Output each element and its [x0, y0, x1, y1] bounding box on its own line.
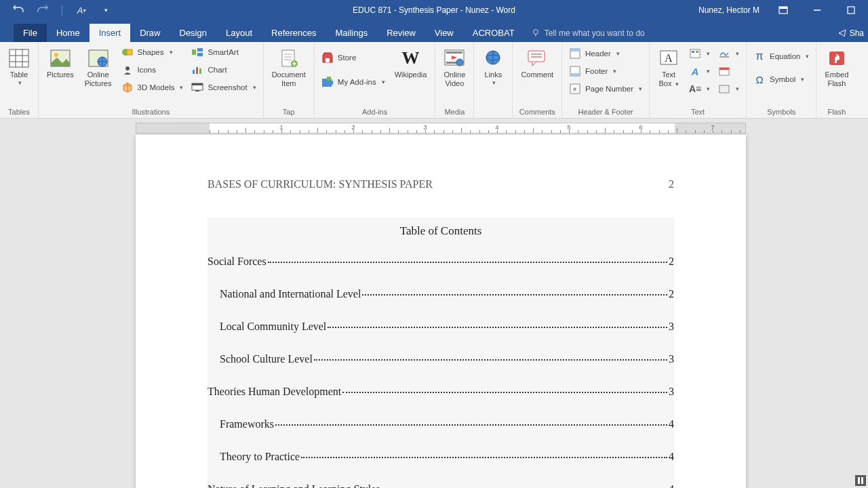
online-pictures-button[interactable]: Online Pictures: [81, 45, 116, 91]
symbol-button[interactable]: Ω Symbol ▾: [751, 72, 812, 87]
qat-customize-button[interactable]: ▾: [98, 2, 114, 18]
qat-separator: [62, 5, 62, 16]
tab-layout[interactable]: Layout: [216, 24, 262, 42]
screenshot-icon: [191, 81, 203, 94]
toc-entry[interactable]: Nature of Learning and Learning Styles 4: [208, 483, 674, 488]
group-label-symbols: Symbols: [751, 106, 812, 118]
3d-models-icon: [121, 81, 134, 94]
toc-entry-text: Theories Human Development: [208, 386, 341, 398]
user-name[interactable]: Nunez, Hector M: [698, 5, 760, 15]
wikipedia-button[interactable]: W Wikipedia: [391, 45, 431, 82]
toc-entry[interactable]: Theory to Practice 4: [208, 451, 674, 463]
svg-rect-20: [197, 53, 203, 56]
tab-insert[interactable]: Insert: [90, 24, 131, 42]
toc-entry[interactable]: Local Community Level 3: [208, 321, 674, 333]
svg-rect-57: [692, 51, 694, 53]
share-button[interactable]: Sha: [837, 28, 864, 38]
running-head-text: BASES OF CURRICULUM: SYNTHESIS PAPER: [208, 178, 433, 190]
table-icon: [8, 47, 30, 69]
svg-rect-37: [331, 81, 333, 85]
object-button[interactable]: ▾: [715, 81, 742, 96]
horizontal-ruler[interactable]: 1234567: [136, 123, 746, 134]
text-box-button[interactable]: A Text Box ▾: [654, 45, 684, 91]
store-button[interactable]: Store: [319, 50, 388, 65]
links-button[interactable]: Links ▾: [478, 45, 508, 89]
toc-entry[interactable]: National and International Level 2: [208, 288, 674, 300]
group-label-illustrations: Illustrations: [43, 106, 259, 118]
quick-parts-button[interactable]: ▾: [686, 46, 713, 61]
signature-icon: [718, 47, 730, 60]
signature-line-button[interactable]: ▾: [715, 46, 742, 61]
my-addins-button[interactable]: My Add-ins ▾: [319, 75, 388, 89]
toc-entry[interactable]: Frameworks 4: [208, 418, 674, 430]
ribbon-display-options-button[interactable]: [773, 2, 793, 18]
tab-draw[interactable]: Draw: [130, 24, 170, 42]
toc-entry[interactable]: Social Forces 2: [208, 256, 674, 268]
tab-mailings[interactable]: Mailings: [326, 24, 378, 42]
svg-point-12: [54, 53, 58, 57]
online-video-button[interactable]: Online Video: [439, 45, 469, 91]
group-label-comments: Comments: [517, 106, 557, 118]
tab-home[interactable]: Home: [47, 24, 90, 42]
tell-me-search[interactable]: Tell me what you want to do: [524, 24, 652, 42]
toc-field[interactable]: Table of Contents Social Forces 2Nationa…: [208, 218, 674, 488]
toc-entry-page: 4: [669, 418, 674, 430]
undo-button[interactable]: [10, 2, 26, 18]
group-label-addins: Add-ins: [319, 106, 431, 118]
minimize-button[interactable]: [807, 2, 827, 18]
toc-entry[interactable]: School Culture Level 3: [208, 353, 674, 365]
equation-button[interactable]: π Equation ▾: [751, 49, 812, 64]
tab-design[interactable]: Design: [170, 24, 216, 42]
group-header-footer: Header ▾ Footer ▾ # Page Number ▾ Header…: [562, 42, 650, 118]
svg-rect-16: [127, 49, 132, 55]
shapes-button[interactable]: Shapes▾: [119, 45, 186, 60]
toc-leader: [328, 327, 667, 328]
font-display-button[interactable]: A▾: [73, 2, 90, 18]
tab-acrobat[interactable]: ACROBAT: [463, 24, 524, 42]
comment-button[interactable]: Comment: [517, 45, 557, 82]
svg-rect-6: [9, 49, 28, 67]
date-time-button[interactable]: [715, 64, 742, 79]
svg-rect-21: [193, 70, 195, 74]
table-button[interactable]: Table ▾: [4, 45, 34, 89]
header-button[interactable]: Header ▾: [566, 46, 645, 61]
maximize-button[interactable]: [841, 2, 861, 18]
comment-icon: [526, 47, 548, 69]
svg-rect-45: [528, 51, 545, 62]
page-number-button[interactable]: # Page Number ▾: [566, 81, 645, 96]
embed-flash-button[interactable]: Embed Flash: [821, 45, 852, 91]
chart-button[interactable]: Chart: [189, 62, 258, 77]
drop-cap-icon: A≡: [689, 83, 701, 95]
document-item-button[interactable]: Document Item: [268, 45, 310, 91]
header-icon: [569, 47, 581, 60]
group-flash: Embed Flash Flash: [816, 42, 856, 118]
toc-leader: [301, 457, 667, 458]
document-page[interactable]: BASES OF CURRICULUM: SYNTHESIS PAPER 2 T…: [136, 135, 746, 488]
toc-title: Table of Contents: [208, 224, 674, 238]
icons-button[interactable]: Icons: [119, 62, 186, 77]
tab-review[interactable]: Review: [377, 24, 425, 42]
footer-button[interactable]: Footer ▾: [566, 64, 645, 79]
toc-entry-page: 3: [669, 386, 674, 398]
svg-rect-56: [690, 49, 700, 58]
document-item-icon: [278, 47, 300, 69]
toc-entry[interactable]: Theories Human Development 3: [208, 386, 674, 398]
pictures-button[interactable]: Pictures: [43, 45, 78, 82]
svg-rect-3: [848, 7, 854, 14]
redo-button[interactable]: [35, 2, 51, 18]
svg-point-17: [125, 66, 130, 70]
group-addins: Store My Add-ins ▾ W Wikipedia Add-ins: [315, 42, 436, 118]
wordart-button[interactable]: A▾: [686, 64, 713, 79]
tab-references[interactable]: References: [262, 24, 326, 42]
smartart-icon: [191, 46, 203, 58]
svg-rect-36: [327, 77, 331, 81]
drop-cap-button[interactable]: A≡▾: [686, 81, 713, 96]
tab-file[interactable]: File: [14, 24, 47, 42]
smartart-button[interactable]: SmartArt: [189, 45, 258, 60]
tab-view[interactable]: View: [425, 24, 463, 42]
screenshot-button[interactable]: Screenshot▾: [189, 80, 258, 95]
3d-models-button[interactable]: 3D Models▾: [119, 80, 186, 95]
group-media: Online Video Media: [435, 42, 474, 118]
toc-leader: [314, 359, 667, 361]
chart-icon: [191, 64, 203, 76]
